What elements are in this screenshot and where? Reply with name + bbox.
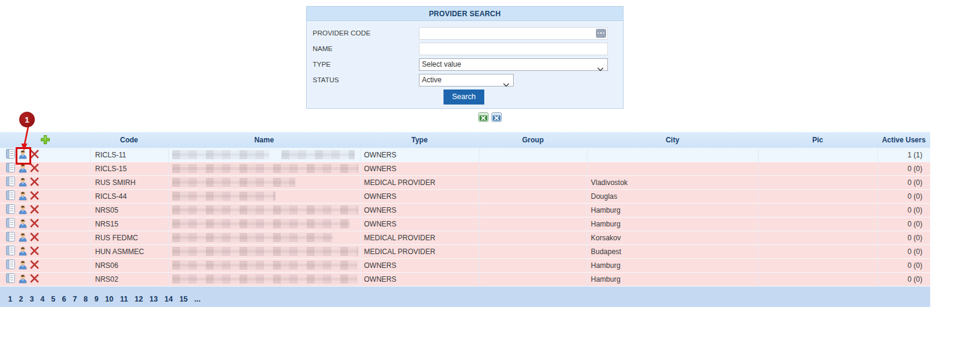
page-15[interactable]: 15 <box>176 295 191 303</box>
page-14[interactable]: 14 <box>161 295 176 303</box>
provider-code-input[interactable] <box>419 27 608 40</box>
cell-group <box>479 244 587 258</box>
user-icon[interactable] <box>18 177 28 187</box>
cell-code: RUS FEDMC <box>90 231 168 244</box>
cell-active-users: 0 (0) <box>877 231 930 244</box>
header-active-users: Active Users <box>877 132 930 148</box>
cell-group <box>479 148 587 162</box>
header-city: City <box>587 132 758 148</box>
delete-x-icon[interactable] <box>29 177 40 187</box>
redacted-block <box>172 150 269 159</box>
type-row: TYPE Select value <box>313 56 615 72</box>
notebook-icon[interactable] <box>5 176 16 187</box>
user-icon[interactable] <box>18 273 28 284</box>
delete-x-icon[interactable] <box>29 149 40 159</box>
cell-name-redacted <box>168 189 360 203</box>
cell-name-redacted <box>168 203 360 217</box>
annotation-step-badge: 1 <box>19 112 35 127</box>
delete-x-icon[interactable] <box>29 204 40 214</box>
panel-body: PROVIDER CODE NAME TYPE Select value <box>307 21 623 108</box>
providers-grid: Code Name Type Group City Pic Active Use… <box>0 132 930 307</box>
cell-group <box>479 217 587 231</box>
cell-code: RUS SMIRH <box>90 175 168 189</box>
search-button[interactable]: Search <box>443 90 484 105</box>
notebook-icon[interactable] <box>5 245 16 256</box>
provider-search-page: PROVIDER SEARCH PROVIDER CODE NAME TYPE <box>0 0 980 337</box>
delete-x-icon[interactable] <box>29 163 40 173</box>
table-row: NRS02OWNERSHamburg0 (0) <box>0 272 930 286</box>
cell-code: RICLS-15 <box>90 162 168 175</box>
name-input[interactable] <box>419 43 608 55</box>
notebook-icon[interactable] <box>5 190 16 201</box>
cell-type: MEDICAL PROVIDER <box>360 175 479 189</box>
provider-code-row: PROVIDER CODE <box>313 25 615 41</box>
page-2[interactable]: 2 <box>16 295 26 303</box>
delete-x-icon[interactable] <box>29 190 40 201</box>
page-12[interactable]: 12 <box>131 295 146 303</box>
page-8[interactable]: 8 <box>80 295 91 303</box>
page-6[interactable]: 6 <box>59 295 70 303</box>
table-row: RUS FEDMCMEDICAL PROVIDERKorsakov0 (0) <box>0 231 930 244</box>
notebook-icon[interactable] <box>5 162 16 173</box>
redacted-block <box>172 233 333 242</box>
delete-x-icon[interactable] <box>29 218 40 228</box>
header-type: Type <box>360 132 479 148</box>
cell-code: RICLS-44 <box>90 189 168 203</box>
excel-export-blue-icon[interactable] <box>492 112 502 122</box>
cell-group <box>479 272 587 286</box>
page-10[interactable]: 10 <box>102 295 117 303</box>
notebook-icon[interactable] <box>5 273 16 284</box>
user-icon[interactable] <box>18 190 28 201</box>
page-11[interactable]: 11 <box>116 295 131 303</box>
cell-name-redacted <box>168 258 360 272</box>
notebook-icon[interactable] <box>5 231 16 242</box>
panel-title: PROVIDER SEARCH <box>307 7 623 21</box>
cell-code: HUN ASMMEC <box>90 244 168 258</box>
cell-type: MEDICAL PROVIDER <box>360 244 479 258</box>
delete-x-icon[interactable] <box>29 246 40 256</box>
user-icon[interactable] <box>18 260 28 270</box>
cell-type: OWNERS <box>360 148 479 162</box>
notebook-icon[interactable] <box>5 259 16 270</box>
redacted-block <box>172 178 295 187</box>
page-13[interactable]: 13 <box>146 295 161 303</box>
user-icon[interactable] <box>18 204 28 214</box>
add-plus-icon[interactable] <box>40 135 50 145</box>
page-1-current[interactable]: 1 <box>5 295 16 303</box>
table-row: HUN ASMMECMEDICAL PROVIDERBudapest0 (0) <box>0 244 930 258</box>
page-9[interactable]: 9 <box>91 295 102 303</box>
cell-active-users: 0 (0) <box>877 175 930 189</box>
status-select[interactable]: Active <box>419 74 514 87</box>
excel-export-green-icon[interactable] <box>478 112 488 122</box>
type-select[interactable]: Select value <box>419 58 608 71</box>
table-row: RICLS-11OWNERS1 (1) <box>0 148 930 162</box>
redacted-block <box>172 275 357 284</box>
user-icon[interactable] <box>18 246 28 256</box>
cell-group <box>479 231 587 244</box>
user-icon[interactable] <box>18 218 28 228</box>
user-icon[interactable] <box>18 232 28 242</box>
notebook-icon[interactable] <box>5 217 16 228</box>
delete-x-icon[interactable] <box>29 232 40 242</box>
cell-pic <box>758 189 877 203</box>
cell-pic <box>758 148 877 162</box>
user-icon[interactable] <box>18 149 28 159</box>
page-5[interactable]: 5 <box>48 295 59 303</box>
cell-city: Vladivostok <box>587 175 758 189</box>
ellipsis-picker-icon[interactable] <box>596 29 606 38</box>
delete-x-icon[interactable] <box>29 260 40 270</box>
delete-x-icon[interactable] <box>29 273 40 284</box>
notebook-icon[interactable] <box>5 204 16 214</box>
add-provider-header-cell <box>0 132 90 148</box>
page-7[interactable]: 7 <box>70 295 80 303</box>
pagination-overflow[interactable]: ... <box>191 295 203 303</box>
page-3[interactable]: 3 <box>26 295 37 303</box>
page-4[interactable]: 4 <box>37 295 48 303</box>
redacted-block <box>172 192 275 201</box>
cell-active-users: 0 (0) <box>877 217 930 231</box>
user-icon[interactable] <box>18 163 28 173</box>
table-row: NRS06OWNERSHamburg0 (0) <box>0 258 930 272</box>
cell-name-redacted <box>168 231 360 244</box>
notebook-icon[interactable] <box>5 148 16 159</box>
header-code: Code <box>90 132 168 148</box>
